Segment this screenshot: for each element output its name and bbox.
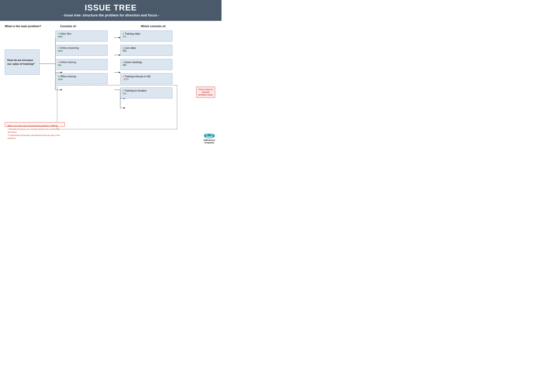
right-label-0: •Training video bbox=[123, 32, 170, 35]
svg-rect-17 bbox=[208, 135, 211, 135]
branch-box-online-training: •Online training 0% bbox=[55, 59, 108, 70]
page-subtitle: - Issue tree: structure the problem for … bbox=[6, 13, 215, 17]
header: ISSUE TREE - Issue tree: structure the p… bbox=[0, 0, 221, 21]
col-header-2: Consists of: bbox=[60, 25, 128, 28]
right-label-1: •Live video bbox=[123, 47, 170, 50]
logo-name: AllBusinessTemplates bbox=[204, 139, 215, 144]
mece-line2: 2 Collectively Exhaustive (all elements … bbox=[7, 134, 62, 140]
right-pct-3: -20% bbox=[123, 78, 170, 81]
right-pct-2: 0% bbox=[123, 64, 170, 67]
col-header-1: What is the main problem? bbox=[5, 25, 43, 28]
focus-dashed-outline bbox=[57, 85, 177, 129]
branch-label-3: •Offline training bbox=[58, 75, 105, 78]
diagram-wrapper: How do we increase our sales of training… bbox=[5, 30, 217, 99]
main-problem-box: How do we increase our sales of training… bbox=[5, 50, 40, 75]
right-box-training-video: •Training video 0% bbox=[120, 30, 172, 42]
right-pct-1: 0% bbox=[123, 50, 170, 52]
right-box-zoom-meetings: •Zoom meetings 0% bbox=[120, 59, 172, 70]
page-title: ISSUE TREE bbox=[6, 3, 215, 12]
branch-pct-0: 40% bbox=[58, 35, 105, 38]
mece-line1: 1 Mutually Exclusive (no overlap between… bbox=[7, 128, 62, 134]
branch-pct-3: 10% bbox=[58, 78, 105, 81]
branch-pct-2: 0% bbox=[58, 64, 105, 66]
focus-callout-text: Focus only on relevant problem areas bbox=[199, 88, 213, 96]
branch-box-offline-training: •Offline training 10% bbox=[55, 73, 108, 84]
right-label-3: •Training inhouse in HQ bbox=[123, 75, 170, 78]
mece-note-box: Make sure that each element/sub-problem … bbox=[5, 122, 65, 127]
right-label-2: •Zoom meetings bbox=[123, 61, 170, 64]
column-headers: What is the main problem? Consists of: W… bbox=[5, 25, 217, 28]
col-header-3: Which consists of: bbox=[141, 25, 201, 28]
mece-title: Make sure that each element/sub-problem … bbox=[7, 124, 62, 128]
main-problem-text: How do we increase our sales of training… bbox=[7, 58, 37, 66]
branch-pct-1: 20% bbox=[58, 50, 105, 52]
middle-column: •Video files 40% •Online streaming 20% •… bbox=[55, 30, 108, 84]
right-box-training-inhouse: •Training inhouse in HQ -20% bbox=[120, 73, 172, 84]
branch-label-0: •Video files bbox=[58, 32, 105, 35]
svg-rect-18 bbox=[208, 135, 210, 135]
right-box-live-video: •Live video 0% bbox=[120, 45, 172, 56]
content-area: What is the main problem? Consists of: W… bbox=[0, 21, 221, 102]
svg-rect-16 bbox=[206, 137, 212, 137]
branch-label-2: •Online training bbox=[58, 61, 105, 64]
branch-box-online-streaming: •Online streaming 20% bbox=[55, 45, 108, 56]
right-pct-0: 0% bbox=[123, 35, 170, 38]
focus-callout-box: Focus only on relevant problem areas bbox=[196, 87, 215, 98]
branch-box-video-files: •Video files 40% bbox=[55, 30, 108, 42]
page-wrapper: ISSUE TREE - Issue tree: structure the p… bbox=[0, 0, 221, 102]
branch-label-1: •Online streaming bbox=[58, 47, 105, 50]
logo-icon bbox=[204, 133, 215, 138]
